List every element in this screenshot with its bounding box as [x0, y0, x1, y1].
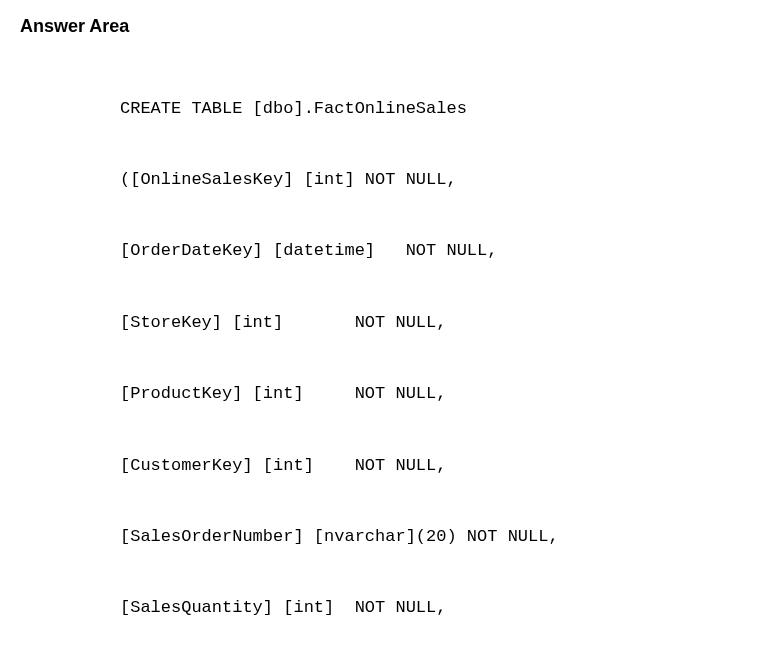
sql-code-block: CREATE TABLE [dbo].FactOnlineSales ([Onl… — [120, 55, 752, 659]
answer-area-heading: Answer Area — [20, 16, 752, 37]
code-line: CREATE TABLE [dbo].FactOnlineSales — [120, 91, 752, 127]
code-line: [SalesOrderNumber] [nvarchar](20) NOT NU… — [120, 519, 752, 555]
code-line: [SalesQuantity] [int] NOT NULL, — [120, 590, 752, 626]
code-line: [StoreKey] [int] NOT NULL, — [120, 305, 752, 341]
code-line: [ProductKey] [int] NOT NULL, — [120, 376, 752, 412]
code-line: [OrderDateKey] [datetime] NOT NULL, — [120, 233, 752, 269]
code-line: [CustomerKey] [int] NOT NULL, — [120, 448, 752, 484]
code-line: ([OnlineSalesKey] [int] NOT NULL, — [120, 162, 752, 198]
